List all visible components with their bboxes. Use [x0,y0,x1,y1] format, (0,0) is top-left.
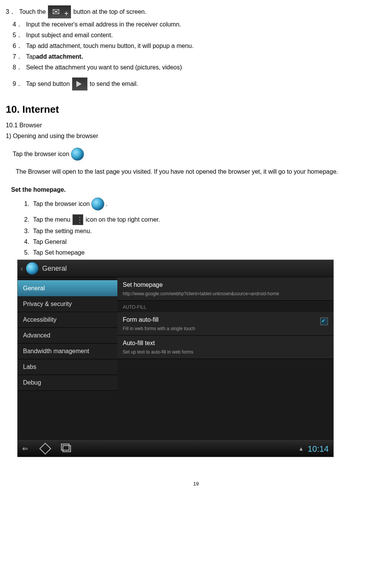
steps-homepage: 1. Tap the browser icon . 2. Tap the men… [17,197,386,257]
android-header-title: General [42,263,67,274]
sidebar-item-accessibility[interactable]: Accessibility [18,312,117,328]
sidebar-item-bandwidth[interactable]: Bandwidth management [18,344,117,359]
step-3: 3． Touch the button at the top of screen… [6,5,386,18]
row-autofill-text[interactable]: Auto-fill text Set up text to auto-fill … [117,336,333,359]
step-8: 8． Select the attachment you want to sen… [13,63,386,72]
section-heading-internet: 10. Internet [6,102,386,117]
nav-home-icon[interactable] [39,443,51,455]
step-4: 4． Input the receiver's email address in… [13,20,386,29]
label-autofill: AUTO-FILL [117,301,333,312]
settings-content: Set homepage http://www.google.com/webhp… [117,277,333,441]
browser-globe-icon [91,197,104,211]
hstep-5: 5. Tap Set homepage [24,248,386,257]
android-settings-screenshot: ‹ General General Privacy & security Acc… [17,260,334,457]
android-navbar: ⇐ ▲ 10:14 [18,440,333,457]
sidebar-item-labs[interactable]: Labs [18,359,117,375]
compose-icon [48,5,71,18]
hstep-2: 2. Tap the menu icon on the top right co… [24,214,386,225]
nav-back-icon[interactable]: ⇐ [22,444,28,454]
line-opening-browser: 1) Opening and using the browser [6,132,386,141]
clock-text: 10:14 [308,443,329,455]
row-set-homepage[interactable]: Set homepage http://www.google.com/webhp… [117,277,333,301]
back-chevron-icon[interactable]: ‹ [18,263,26,274]
sidebar-item-advanced[interactable]: Advanced [18,328,117,344]
send-arrow-icon [72,77,87,90]
hstep-3: 3. Tap the setting menu. [24,227,386,236]
steps-email: 3． Touch the button at the top of screen… [6,5,386,90]
checkbox-checked-icon[interactable] [320,317,328,325]
sidebar-item-privacy[interactable]: Privacy & security [18,296,117,312]
wifi-icon: ▲ [298,445,304,453]
browser-open-text: The Browser will open to the last page y… [16,166,386,178]
row-form-autofill[interactable]: Form auto-fill Fill in web forms with a … [117,312,333,336]
settings-sidebar: General Privacy & security Accessibility… [18,277,117,441]
subheading-browser: 10.1 Browser [6,121,386,130]
step-7: 7． Tap add attachment. [13,52,386,61]
overflow-menu-icon [72,214,83,225]
nav-recent-icon[interactable] [63,445,71,452]
page-number: 19 [6,480,386,488]
step-5: 5． Input subject and email content. [13,31,386,40]
step-6: 6． Tap add attachment, touch menu button… [13,41,386,51]
hstep-4: 4. Tap General [24,237,386,247]
set-homepage-heading: Set the homepage. [11,185,386,194]
tap-browser-line: Tap the browser icon [13,148,386,161]
step-9: 9． Tap send button to send the email. [13,77,386,90]
sidebar-item-debug[interactable]: Debug [18,375,117,391]
hstep-1: 1. Tap the browser icon . [24,197,386,211]
android-header: ‹ General [18,260,333,277]
browser-globe-icon [71,148,84,161]
sidebar-item-general[interactable]: General [18,280,117,296]
browser-globe-icon [26,262,38,275]
